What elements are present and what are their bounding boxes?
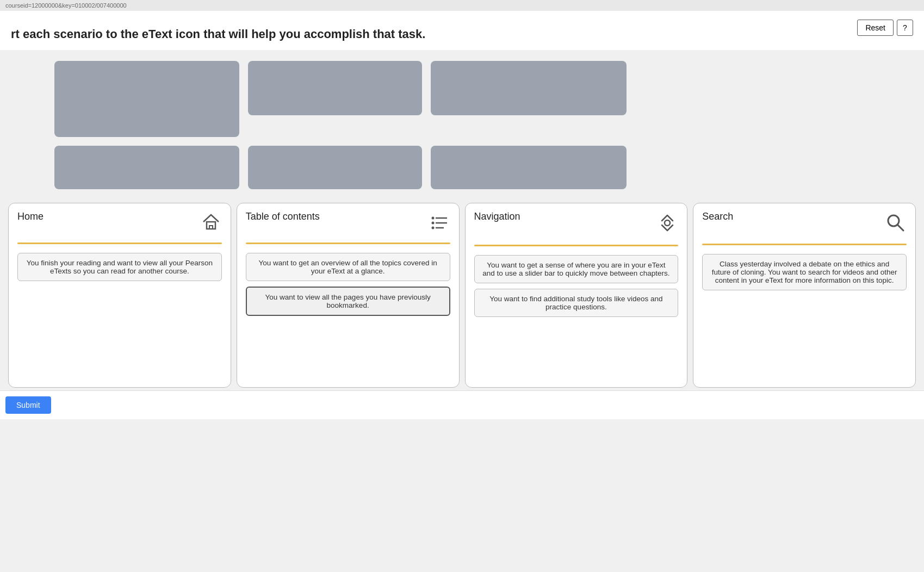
navigation-cards: You want to get a sense of where you are…: [474, 255, 679, 317]
scenario-card-search-1[interactable]: Class yesterday involved a debate on the…: [702, 254, 907, 290]
url-bar: courseid=12000000&key=010002/007400000: [0, 0, 924, 11]
toc-cards: You want to get an overview of all the t…: [246, 253, 450, 316]
toc-header: Table of contents: [246, 211, 450, 236]
drag-placeholder-6: [431, 146, 627, 189]
navigation-divider: [474, 245, 679, 246]
search-title: Search: [702, 211, 733, 222]
bottom-bar: Submit: [0, 390, 924, 419]
reset-button[interactable]: Reset: [857, 20, 894, 36]
scenario-card-home-1[interactable]: You finish your reading and want to view…: [17, 253, 222, 281]
svg-point-2: [431, 217, 434, 220]
drag-placeholder-5: [248, 146, 422, 189]
svg-point-6: [431, 227, 434, 229]
svg-rect-1: [209, 226, 213, 229]
instruction-text: rt each scenario to the eText icon that …: [5, 17, 436, 47]
drag-placeholder-2: [248, 61, 422, 115]
navigation-icon: [656, 211, 678, 238]
submit-button[interactable]: Submit: [5, 396, 51, 414]
toc-icon: [429, 211, 450, 236]
search-divider: [702, 244, 907, 245]
drop-zone-search[interactable]: Search Class yesterday involved a debate…: [693, 203, 916, 388]
svg-point-8: [665, 220, 670, 226]
toc-divider: [246, 243, 450, 244]
page-wrapper: courseid=12000000&key=010002/007400000 r…: [0, 0, 924, 419]
drop-zone-navigation[interactable]: Navigation You want to get a sense of wh…: [465, 203, 688, 388]
drag-placeholder-3: [431, 61, 627, 115]
home-cards: You finish your reading and want to view…: [17, 253, 222, 281]
search-cards: Class yesterday involved a debate on the…: [702, 254, 907, 290]
scenario-card-nav-2[interactable]: You want to find additional study tools …: [474, 289, 679, 317]
url-text: courseid=12000000&key=010002/007400000: [5, 2, 127, 9]
navigation-header: Navigation: [474, 211, 679, 238]
scenario-card-toc-2[interactable]: You want to view all the pages you have …: [246, 287, 450, 316]
scenario-card-toc-1[interactable]: You want to get an overview of all the t…: [246, 253, 450, 281]
scenario-card-nav-1[interactable]: You want to get a sense of where you are…: [474, 255, 679, 283]
home-divider: [17, 243, 222, 244]
home-header: Home: [17, 211, 222, 236]
search-header: Search: [702, 211, 907, 237]
drag-placeholder-1: [54, 61, 239, 137]
home-icon: [200, 211, 222, 236]
hint-button[interactable]: ?: [897, 20, 913, 36]
navigation-title: Navigation: [474, 211, 520, 222]
drop-zones-container: Home You finish your reading and want to…: [0, 200, 924, 390]
toc-title: Table of contents: [246, 211, 320, 222]
drag-placeholder-4: [54, 146, 239, 189]
svg-point-4: [431, 222, 434, 225]
svg-line-10: [897, 225, 903, 231]
drop-zone-toc[interactable]: Table of contents You want to get an ove…: [237, 203, 460, 388]
home-title: Home: [17, 211, 44, 222]
search-icon: [884, 211, 907, 237]
drop-zone-home[interactable]: Home You finish your reading and want to…: [8, 203, 231, 388]
